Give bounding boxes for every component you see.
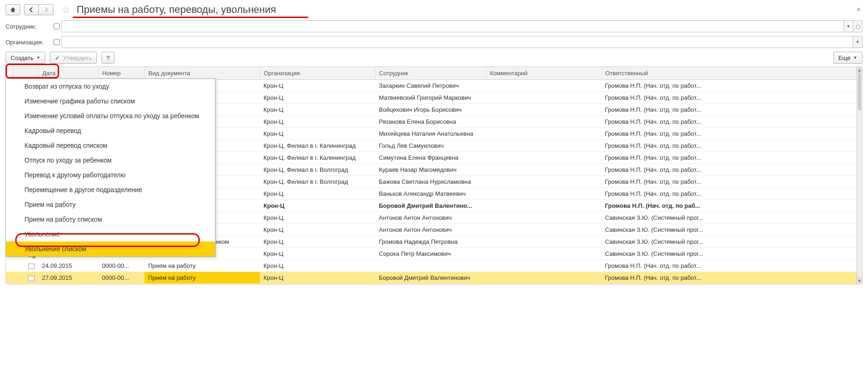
org-filter-input[interactable] bbox=[61, 36, 853, 48]
employee-filter-input[interactable] bbox=[61, 20, 844, 32]
scroll-up-icon[interactable]: ▲ bbox=[857, 67, 862, 73]
nav-forward-button[interactable] bbox=[39, 4, 54, 15]
create-dropdown-menu: Возврат из отпуска по уходуИзменение гра… bbox=[6, 78, 216, 257]
create-menu-item[interactable]: Перемещение в другое подразделение bbox=[6, 182, 215, 197]
employee-filter-label: Сотрудник: bbox=[6, 23, 52, 30]
create-button-label: Создать bbox=[11, 54, 33, 61]
home-button[interactable] bbox=[6, 4, 20, 15]
title-underline-annotation bbox=[73, 17, 308, 18]
create-menu-item[interactable]: Прием на работу bbox=[6, 197, 215, 212]
page-title: Приемы на работу, переводы, увольнения bbox=[77, 4, 276, 16]
arrow-left-icon bbox=[29, 7, 34, 12]
arrow-right-icon bbox=[43, 7, 49, 12]
col-org[interactable]: Организация bbox=[260, 67, 375, 80]
employee-filter-open[interactable]: ▢ bbox=[853, 20, 862, 32]
create-menu-item[interactable]: Увольнение списком bbox=[6, 241, 215, 256]
scroll-down-icon[interactable]: ▼ bbox=[857, 277, 862, 284]
help-button-label: ? bbox=[106, 54, 109, 61]
col-number[interactable]: Номер bbox=[98, 67, 144, 80]
table-scrollbar[interactable]: ▲ ▼ bbox=[856, 67, 862, 284]
create-button[interactable]: Создать ▼ bbox=[6, 52, 45, 64]
caret-down-icon: ▼ bbox=[36, 55, 40, 60]
org-filter-dropdown[interactable]: ▼ bbox=[853, 36, 862, 48]
create-menu-item[interactable]: Изменение условий оплаты отпуска по уход… bbox=[6, 109, 215, 123]
col-icon[interactable] bbox=[6, 67, 38, 80]
document-icon bbox=[28, 264, 35, 269]
col-date[interactable]: Дата bbox=[38, 67, 98, 80]
create-menu-item[interactable]: Прием на работу списком bbox=[6, 212, 215, 227]
col-comment[interactable]: Комментарий bbox=[486, 67, 601, 80]
home-icon bbox=[10, 6, 16, 13]
create-menu-item[interactable]: Возврат из отпуска по уходу bbox=[6, 79, 215, 94]
more-button-label: Еще bbox=[838, 54, 850, 61]
check-icon: ✔ bbox=[55, 54, 60, 61]
create-menu-item[interactable]: Кадровый перевод bbox=[6, 123, 215, 138]
employee-filter-checkbox[interactable] bbox=[54, 23, 60, 30]
col-type[interactable]: Вид документа bbox=[144, 67, 260, 80]
col-employee[interactable]: Сотрудник bbox=[375, 67, 486, 80]
document-icon bbox=[28, 276, 35, 281]
table-row[interactable]: 24.09.20150000-00...Прием на работуКрон-… bbox=[6, 260, 862, 272]
help-button[interactable]: ? bbox=[102, 52, 114, 64]
create-menu-item[interactable]: Кадровый перевод списком bbox=[6, 138, 215, 153]
org-filter-checkbox[interactable] bbox=[54, 39, 60, 45]
create-menu-item[interactable]: Отпуск по уходу за ребенком bbox=[6, 153, 215, 168]
nav-back-button[interactable] bbox=[24, 4, 39, 15]
more-button[interactable]: Еще ▼ bbox=[833, 52, 862, 64]
caret-down-icon: ▼ bbox=[853, 55, 857, 60]
org-filter-label: Организация: bbox=[6, 39, 52, 46]
scroll-thumb[interactable] bbox=[858, 73, 861, 110]
create-menu-item[interactable]: Изменение графика работы списком bbox=[6, 94, 215, 109]
favorite-star-icon[interactable]: ☆ bbox=[62, 4, 70, 15]
approve-button-label: Утвердить bbox=[63, 54, 92, 61]
create-menu-item[interactable]: Перевод к другому работодателю bbox=[6, 168, 215, 182]
table-row[interactable]: 27.09.20150000-00...Прием на работуКрон-… bbox=[6, 272, 862, 284]
approve-button[interactable]: ✔ Утвердить bbox=[50, 52, 97, 64]
col-responsible[interactable]: Ответственный bbox=[601, 67, 862, 80]
employee-filter-dropdown[interactable]: ▼ bbox=[844, 20, 853, 32]
create-menu-item[interactable]: Увольнение bbox=[6, 227, 215, 241]
close-button[interactable]: × bbox=[855, 4, 862, 16]
